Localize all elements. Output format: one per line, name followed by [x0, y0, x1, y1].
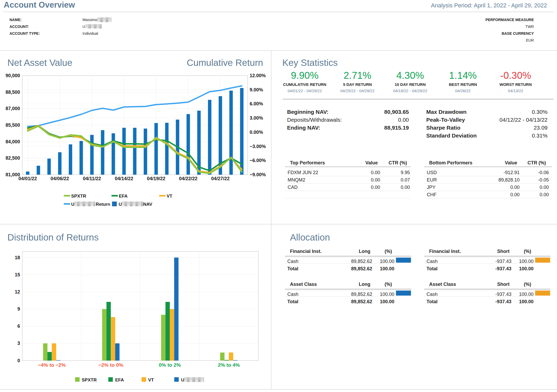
svg-text:3.00%: 3.00% — [250, 115, 263, 121]
svg-text:88,500: 88,500 — [6, 90, 20, 95]
svg-text:−9.00%: −9.00% — [250, 172, 266, 177]
svg-text:04/01/22: 04/01/22 — [18, 176, 37, 181]
svg-text:−3.00%: −3.00% — [250, 144, 266, 149]
svg-text:84,000: 84,000 — [6, 139, 20, 144]
svg-text:85,500: 85,500 — [6, 122, 20, 128]
svg-text:2% to 4%: 2% to 4% — [218, 362, 240, 368]
svg-text:15: 15 — [15, 272, 20, 277]
svg-text:81,000: 81,000 — [6, 172, 20, 177]
svg-text:04/22/22: 04/22/22 — [179, 176, 197, 181]
svg-text:6.00%: 6.00% — [250, 101, 263, 106]
svg-text:87,000: 87,000 — [6, 106, 20, 111]
svg-text:82,500: 82,500 — [6, 155, 20, 161]
svg-text:6: 6 — [17, 324, 20, 329]
svg-text:−2% to 0%: −2% to 0% — [98, 362, 123, 368]
svg-text:0% to 2%: 0% to 2% — [159, 362, 181, 368]
svg-text:0.00%: 0.00% — [250, 130, 263, 135]
svg-text:0: 0 — [17, 358, 20, 363]
svg-text:04/27/22: 04/27/22 — [211, 176, 230, 181]
svg-text:−6.00%: −6.00% — [250, 158, 266, 163]
svg-text:9: 9 — [17, 306, 20, 312]
svg-text:18: 18 — [15, 255, 20, 260]
svg-text:04/06/22: 04/06/22 — [51, 176, 69, 181]
svg-text:04/11/22: 04/11/22 — [83, 176, 101, 181]
svg-text:04/19/22: 04/19/22 — [147, 176, 165, 181]
svg-text:−4% to −2%: −4% to −2% — [38, 362, 66, 368]
svg-text:3: 3 — [17, 341, 20, 346]
svg-text:90,000: 90,000 — [6, 73, 20, 78]
svg-text:04/14/22: 04/14/22 — [115, 176, 133, 181]
svg-text:12: 12 — [15, 289, 20, 295]
svg-text:12.00%: 12.00% — [250, 73, 266, 78]
